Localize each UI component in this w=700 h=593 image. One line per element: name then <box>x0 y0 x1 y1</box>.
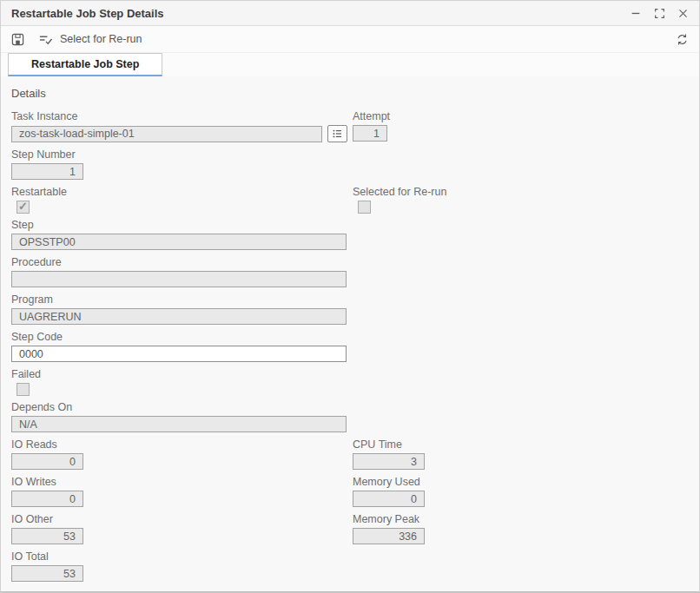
selected-for-rerun-label: Selected for Re-run <box>353 187 446 198</box>
attempt-label: Attempt <box>353 111 390 122</box>
task-instance-picker-button[interactable] <box>327 125 347 142</box>
step-code-field[interactable] <box>11 346 347 362</box>
minus-icon <box>630 7 642 19</box>
task-instance-label: Task Instance <box>11 111 353 122</box>
restartable-checkbox[interactable]: ✓ <box>17 201 30 214</box>
section-title: Details <box>11 87 689 100</box>
checkmark-icon: ✓ <box>18 201 28 212</box>
cpu-time-field[interactable] <box>353 453 425 470</box>
form-row: Program <box>11 294 689 325</box>
depends-on-field[interactable] <box>11 416 347 432</box>
io-writes-field[interactable] <box>11 491 83 507</box>
program-field[interactable] <box>11 308 347 325</box>
floppy-disk-icon <box>11 33 24 46</box>
restartable-label: Restartable <box>11 187 353 198</box>
procedure-field[interactable] <box>11 271 347 287</box>
memory-peak-field[interactable] <box>353 528 425 544</box>
form-row: Procedure <box>11 257 689 287</box>
io-other-label: IO Other <box>11 514 353 525</box>
form-row: IO Reads CPU Time <box>11 439 689 470</box>
form-row: Restartable ✓ Selected for Re-run <box>11 187 689 214</box>
memory-peak-label: Memory Peak <box>353 514 425 525</box>
form-row: Step <box>11 220 689 250</box>
memory-used-field[interactable] <box>353 491 425 507</box>
io-total-label: IO Total <box>11 551 353 563</box>
tab-label: Restartable Job Step <box>31 58 139 70</box>
tab-bar: Restartable Job Step <box>1 53 699 76</box>
refresh-button[interactable] <box>676 33 689 46</box>
refresh-icon <box>676 33 689 46</box>
form-row: Failed <box>11 369 689 396</box>
io-writes-label: IO Writes <box>11 477 353 488</box>
toolbar: Select for Re-run <box>1 26 699 53</box>
cpu-time-label: CPU Time <box>353 439 425 451</box>
io-reads-label: IO Reads <box>11 439 353 451</box>
close-button[interactable] <box>675 5 690 21</box>
depends-on-label: Depends On <box>11 402 353 413</box>
failed-checkbox[interactable] <box>17 383 30 396</box>
task-instance-field[interactable] <box>11 126 322 142</box>
select-for-rerun-label: Select for Re-run <box>60 33 142 45</box>
step-number-label: Step Number <box>11 149 353 161</box>
failed-label: Failed <box>11 369 353 380</box>
attempt-field[interactable] <box>353 125 387 142</box>
step-field[interactable] <box>11 234 347 250</box>
save-button[interactable] <box>11 33 24 46</box>
restartable-job-step-details-window: Restartable Job Step Details <box>0 0 700 593</box>
form-row: IO Other Memory Peak <box>11 514 689 544</box>
form-row: IO Total <box>11 551 689 582</box>
step-label: Step <box>11 220 353 231</box>
select-for-rerun-button[interactable]: Select for Re-run <box>38 33 142 46</box>
list-icon <box>332 128 343 139</box>
program-label: Program <box>11 294 353 306</box>
maximize-button[interactable] <box>651 5 667 21</box>
x-icon <box>677 8 689 19</box>
form-row: Depends On <box>11 402 689 432</box>
window-title: Restartable Job Step Details <box>11 7 628 20</box>
list-check-icon <box>38 33 53 46</box>
io-other-field[interactable] <box>11 528 83 544</box>
selected-for-rerun-checkbox[interactable] <box>358 201 371 214</box>
window-controls <box>628 5 690 21</box>
form-row: IO Writes Memory Used <box>11 477 689 507</box>
form-row: Task Instance <box>11 111 689 142</box>
procedure-label: Procedure <box>11 257 353 268</box>
step-code-label: Step Code <box>11 332 353 343</box>
tab-restartable-job-step[interactable]: Restartable Job Step <box>8 53 162 76</box>
form-row: Step Code <box>11 332 689 362</box>
io-total-field[interactable] <box>11 565 83 582</box>
title-bar: Restartable Job Step Details <box>1 1 699 26</box>
expand-icon <box>654 8 665 19</box>
io-reads-field[interactable] <box>11 453 83 470</box>
memory-used-label: Memory Used <box>353 477 425 488</box>
form-row: Step Number <box>11 149 689 180</box>
minimize-button[interactable] <box>628 5 644 21</box>
details-panel: Details Task Instance <box>1 76 699 591</box>
step-number-field[interactable] <box>11 163 83 180</box>
